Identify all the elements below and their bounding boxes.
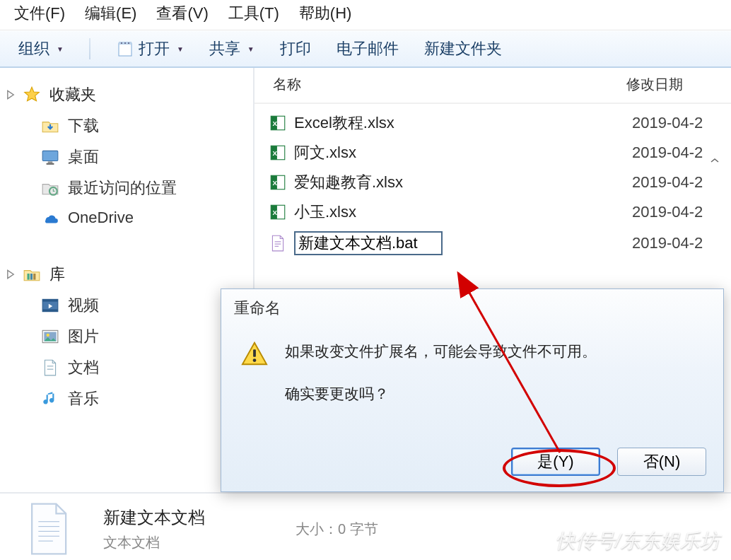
column-headers: 名称 修改日期 (255, 68, 731, 104)
scroll-collapse-icon[interactable] (710, 157, 720, 164)
dialog-message: 如果改变文件扩展名，可能会导致文件不可用。 确实要更改吗？ (285, 337, 597, 408)
newfolder-label: 新建文件夹 (424, 38, 502, 59)
share-button[interactable]: 共享 ▼ (206, 37, 257, 61)
menu-help[interactable]: 帮助(H) (299, 3, 352, 24)
file-date: 2019-04-2 (632, 234, 731, 252)
file-name: 爱知趣教育.xlsx (294, 172, 632, 193)
sidebar-item-downloads[interactable]: 下载 (0, 110, 253, 141)
col-name[interactable]: 名称 (260, 75, 626, 94)
file-row[interactable]: X Excel教程.xlsx 2019-04-2 (255, 108, 731, 138)
svg-point-2 (121, 42, 122, 44)
onedrive-icon (41, 209, 59, 227)
svg-text:X: X (272, 119, 277, 127)
col-date[interactable]: 修改日期 (626, 75, 725, 94)
dropdown-icon: ▼ (177, 45, 184, 53)
details-text: 新建文本文档 文本文档 (103, 506, 205, 552)
sidebar-item-recent[interactable]: 最近访问的位置 (0, 173, 253, 204)
svg-rect-40 (253, 349, 256, 356)
desktop-label: 桌面 (68, 146, 99, 168)
menu-file[interactable]: 文件(F) (14, 3, 65, 24)
svg-text:X: X (272, 179, 277, 187)
dropdown-icon: ▼ (247, 45, 255, 53)
file-row[interactable]: X 小玉.xlsx 2019-04-2 (255, 197, 731, 227)
svg-point-4 (128, 42, 129, 44)
svg-rect-11 (33, 274, 35, 280)
sidebar-item-onedrive[interactable]: OneDrive (0, 204, 253, 232)
file-name: Excel教程.xlsx (294, 112, 632, 134)
xlsx-icon: X (269, 144, 287, 162)
file-date: 2019-04-2 (632, 203, 731, 221)
documents-label: 文档 (68, 357, 99, 378)
sidebar-item-desktop[interactable]: 桌面 (0, 141, 253, 173)
menubar: 文件(F) 编辑(E) 查看(V) 工具(T) 帮助(H) (0, 0, 731, 30)
recent-label: 最近访问的位置 (68, 177, 177, 199)
details-type: 文本文档 (103, 533, 205, 552)
file-row[interactable]: X 阿文.xlsx 2019-04-2 (255, 138, 731, 168)
favorites-label: 收藏夹 (49, 84, 96, 105)
menu-tools[interactable]: 工具(T) (228, 3, 279, 24)
file-name: 阿文.xlsx (294, 142, 632, 163)
sidebar-group-libraries[interactable]: 库 (0, 259, 253, 290)
pictures-label: 图片 (68, 326, 99, 347)
onedrive-label: OneDrive (68, 209, 134, 227)
xlsx-icon: X (269, 114, 287, 132)
dialog-line2: 确实要更改吗？ (285, 380, 597, 408)
dialog-title: 重命名 (221, 289, 723, 326)
sidebar-group-favorites[interactable]: 收藏夹 (0, 79, 253, 110)
warning-icon (241, 340, 268, 367)
svg-rect-13 (42, 299, 58, 301)
svg-rect-0 (119, 43, 131, 56)
organize-label: 组织 (18, 38, 49, 59)
svg-rect-9 (28, 274, 30, 280)
desktop-icon (41, 148, 59, 166)
star-icon (23, 86, 41, 104)
videos-icon (41, 296, 59, 315)
sidebar-item-documents[interactable]: 文档 (0, 352, 253, 383)
sidebar: 收藏夹 下载 桌面 最近访问的位置 OneDrive 库 视频 (0, 68, 255, 492)
recent-icon (41, 179, 59, 197)
expand-icon (6, 90, 16, 100)
xlsx-icon: X (269, 203, 287, 221)
email-label: 电子邮件 (337, 38, 399, 59)
dialog-line1: 如果改变文件扩展名，可能会导致文件不可用。 (285, 337, 597, 366)
svg-text:X: X (272, 209, 277, 216)
print-label: 打印 (280, 38, 311, 59)
email-button[interactable]: 电子邮件 (334, 37, 402, 61)
music-label: 音乐 (68, 388, 99, 409)
svg-rect-5 (42, 151, 58, 161)
downloads-label: 下载 (68, 115, 99, 136)
libraries-label: 库 (49, 264, 65, 285)
separator (89, 38, 90, 59)
no-button[interactable]: 否(N) (617, 448, 706, 476)
sidebar-item-videos[interactable]: 视频 (0, 290, 253, 321)
menu-view[interactable]: 查看(V) (156, 3, 208, 24)
dropdown-icon: ▼ (57, 45, 64, 53)
file-row-rename[interactable]: 2019-04-2 (255, 227, 731, 259)
rename-input[interactable] (294, 231, 443, 255)
file-row[interactable]: X 爱知趣教育.xlsx 2019-04-2 (255, 168, 731, 197)
share-label: 共享 (209, 38, 240, 59)
svg-rect-14 (42, 309, 58, 311)
open-button[interactable]: 打开 ▼ (113, 37, 187, 61)
details-size: 大小：0 字节 (296, 520, 378, 539)
menu-edit[interactable]: 编辑(E) (85, 3, 136, 24)
expand-icon (6, 269, 16, 279)
svg-point-41 (253, 358, 257, 362)
sidebar-item-music[interactable]: 音乐 (0, 383, 253, 414)
print-button[interactable]: 打印 (277, 37, 314, 61)
svg-point-3 (124, 42, 126, 44)
yes-button[interactable]: 是(Y) (511, 448, 600, 476)
newfolder-button[interactable]: 新建文件夹 (421, 37, 505, 61)
file-date: 2019-04-2 (632, 114, 731, 132)
documents-icon (41, 358, 59, 377)
downloads-icon (41, 117, 59, 135)
music-icon (41, 390, 59, 408)
toolbar: 组织 ▼ 打开 ▼ 共享 ▼ 打印 电子邮件 新建文件夹 (0, 30, 731, 68)
svg-point-17 (47, 334, 49, 337)
open-label: 打开 (139, 38, 170, 59)
sidebar-item-pictures[interactable]: 图片 (0, 321, 253, 352)
organize-button[interactable]: 组织 ▼ (16, 37, 66, 61)
pictures-icon (41, 327, 59, 346)
svg-rect-10 (30, 274, 33, 280)
notepad-icon (116, 40, 134, 58)
